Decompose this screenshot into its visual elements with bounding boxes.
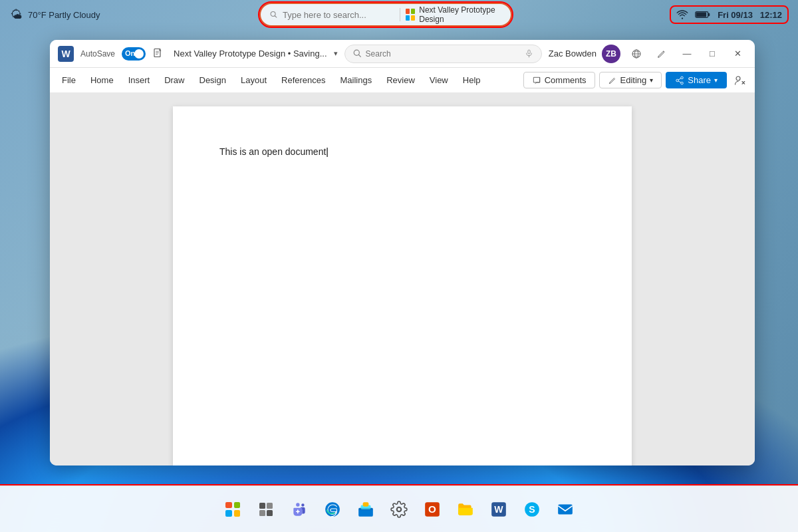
taskbar-icon-office[interactable]: O [418, 495, 447, 524]
user-name: Zac Bowden [549, 49, 597, 59]
svg-rect-22 [267, 510, 273, 516]
menu-bar: File Home Insert Draw Design Layout Refe… [50, 68, 755, 93]
pen-icon[interactable] [652, 45, 671, 63]
taskbar-icon-word[interactable]: W [484, 495, 513, 524]
autosave-toggle[interactable]: On [122, 47, 146, 61]
document-text: This is an open document [219, 146, 329, 157]
search-divider [400, 8, 400, 21]
mail-icon [557, 501, 574, 518]
user-area: Zac Bowden ZB [549, 45, 620, 63]
wifi-icon [676, 9, 688, 20]
user-avatar[interactable]: ZB [602, 45, 620, 63]
menu-file[interactable]: File [55, 72, 82, 88]
share-label: Share [688, 75, 711, 85]
widgets-icon [258, 501, 274, 517]
topbar-datetime: Fri 09/13 12:12 [718, 10, 782, 20]
weather-icon: 🌤 [11, 8, 23, 22]
share-button[interactable]: Share ▾ [666, 72, 727, 88]
share-icon [675, 76, 684, 85]
svg-rect-38 [558, 504, 573, 514]
svg-text:S: S [529, 504, 535, 515]
topbar-left: 🌤 70°F Partly Cloudy [11, 8, 100, 22]
ms-logo [406, 9, 415, 21]
search-app-area: Next Valley Prototype Design [406, 5, 501, 24]
menu-insert[interactable]: Insert [122, 72, 157, 88]
page-icon [152, 48, 164, 60]
taskbar-icon-windows-start[interactable] [218, 495, 247, 524]
taskbar-search-bar[interactable]: Next Valley Prototype Design [259, 3, 512, 27]
autosave-label: AutoSave [80, 49, 115, 59]
taskbar-icon-widgets[interactable] [251, 495, 281, 524]
comments-button[interactable]: Comments [523, 72, 595, 88]
taskbar-search-input[interactable] [283, 10, 394, 20]
menu-layout[interactable]: Layout [234, 72, 273, 88]
minimize-button[interactable]: — [678, 45, 696, 63]
taskbar-icon-store[interactable] [351, 495, 380, 524]
menu-design[interactable]: Design [193, 72, 233, 88]
windows-logo-icon [225, 502, 240, 517]
svg-rect-29 [363, 502, 369, 507]
editing-button[interactable]: Editing ▾ [599, 72, 662, 88]
title-search-input[interactable] [366, 49, 521, 59]
close-button[interactable]: ✕ [728, 45, 747, 63]
menu-home[interactable]: Home [84, 72, 120, 88]
word-logo-icon: W [58, 46, 74, 62]
menu-right-actions: Comments Editing ▾ Share ▾ [523, 71, 749, 90]
maximize-button[interactable]: □ [703, 45, 722, 63]
svg-rect-20 [267, 503, 273, 509]
menu-help[interactable]: Help [456, 72, 487, 88]
svg-rect-19 [259, 503, 265, 509]
taskbar-icon-mail[interactable] [551, 495, 580, 524]
coauthor-icon [734, 74, 746, 86]
title-search-bar[interactable] [344, 45, 542, 63]
topbar: 🌤 70°F Partly Cloudy Next Valley Prototy… [0, 0, 798, 29]
edge-icon [324, 501, 341, 518]
editing-chevron-icon: ▾ [650, 76, 653, 84]
menu-mailings[interactable]: Mailings [334, 72, 379, 88]
search-icon [270, 10, 277, 19]
svg-rect-3 [708, 13, 710, 16]
weather-text: 70°F Partly Cloudy [28, 10, 100, 20]
store-icon [357, 501, 374, 518]
word-window: W AutoSave On Next Valley Prototype Desi… [50, 40, 755, 466]
menu-draw[interactable]: Draw [158, 72, 191, 88]
svg-text:W: W [494, 504, 503, 515]
svg-rect-30 [358, 507, 373, 509]
topbar-system-tray: Fri 09/13 12:12 [671, 7, 787, 23]
topbar-center: Next Valley Prototype Design [100, 3, 672, 27]
document-content[interactable]: This is an open document [219, 146, 585, 157]
svg-line-1 [275, 16, 276, 17]
topbar-time: 12:12 [760, 10, 782, 20]
svg-rect-11 [528, 50, 530, 54]
taskbar-icon-edge[interactable] [318, 495, 347, 524]
menu-view[interactable]: View [423, 72, 455, 88]
svg-rect-4 [696, 13, 706, 17]
svg-point-24 [296, 503, 299, 506]
share-chevron-icon: ▾ [714, 76, 718, 84]
taskbar: O W S [0, 485, 798, 532]
title-search-icon [353, 49, 362, 58]
taskbar-icon-skype[interactable]: S [517, 495, 547, 524]
word-taskbar-icon: W [490, 501, 507, 518]
taskbar-icon-settings[interactable] [384, 495, 414, 524]
topbar-date: Fri 09/13 [718, 10, 753, 20]
svg-rect-21 [259, 510, 265, 516]
settings-icon [390, 501, 408, 518]
search-app-name: Next Valley Prototype Design [419, 5, 501, 24]
office-icon: O [424, 501, 441, 518]
coauthor-button[interactable] [731, 71, 749, 90]
comment-icon [532, 76, 541, 85]
doc-title: Next Valley Prototype Design • Saving... [174, 49, 327, 59]
taskbar-icon-teams[interactable] [285, 495, 314, 524]
comments-label: Comments [545, 75, 587, 85]
document-page[interactable]: This is an open document [173, 106, 632, 466]
title-chevron-icon: ▾ [334, 49, 338, 58]
globe-icon[interactable] [627, 45, 646, 63]
toggle-on-label: On [125, 49, 135, 57]
teams-icon [291, 501, 308, 518]
menu-references[interactable]: References [275, 72, 332, 88]
taskbar-icon-filemanager[interactable] [451, 495, 480, 524]
document-area[interactable]: This is an open document [50, 93, 755, 466]
menu-review[interactable]: Review [380, 72, 422, 88]
mic-icon [525, 49, 533, 58]
